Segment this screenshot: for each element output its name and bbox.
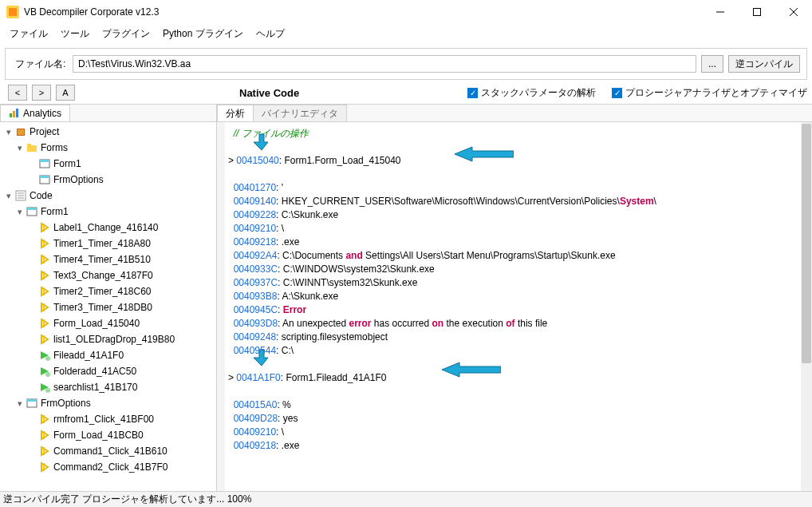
- node-searchlist[interactable]: searchlist1_41B170: [53, 382, 137, 393]
- file-label: ファイル名:: [12, 57, 68, 71]
- proc-icon: [38, 413, 51, 426]
- node-fileadd[interactable]: Fileadd_41A1F0: [53, 350, 124, 361]
- svg-rect-12: [27, 144, 31, 146]
- code-line: [228, 168, 812, 181]
- gutter: [217, 122, 225, 491]
- statusbar: 逆コンパイル完了 プロシージャを解析しています... 100%: [0, 491, 812, 507]
- svg-point-34: [45, 372, 50, 377]
- proc-green-icon: [38, 349, 51, 362]
- menu-plugins[interactable]: プラグイン: [96, 25, 156, 43]
- svg-rect-11: [27, 145, 37, 152]
- svg-rect-38: [27, 399, 37, 402]
- node-code-frmoptions[interactable]: FrmOptions: [41, 398, 91, 409]
- window-title: VB Decompiler Corporate v12.3: [24, 6, 702, 18]
- tree-item[interactable]: rmfrom1_Click_41BF00: [0, 411, 216, 427]
- code-line: 0040933C: C:\WINDOWS\system32\Skunk.exe: [228, 263, 812, 276]
- menu-file[interactable]: ファイル: [3, 25, 54, 43]
- project-tree[interactable]: ▾Project ▾Forms Form1 FrmOptions ▾Code ▾…: [0, 122, 216, 491]
- code-line: 00409210: \: [228, 222, 812, 236]
- node-project[interactable]: Project: [30, 126, 59, 137]
- svg-rect-10: [18, 129, 24, 135]
- proc-icon: [38, 333, 51, 346]
- tree-item[interactable]: Timer1_Timer_418A80: [0, 236, 216, 252]
- vertical-scrollbar[interactable]: [801, 122, 812, 491]
- code-line: 004092A4: C:\Documents and Settings\All …: [228, 249, 812, 263]
- svg-rect-8: [16, 109, 18, 117]
- analytics-icon: [9, 107, 20, 121]
- node-code-form1[interactable]: Form1: [41, 206, 69, 217]
- node-folderadd[interactable]: Folderadd_41AC50: [53, 366, 136, 377]
- code-line: 00409218: .exe: [228, 236, 812, 249]
- code-icon: [14, 189, 27, 202]
- proc-icon: [38, 269, 51, 282]
- tree-item[interactable]: list1_OLEDragDrop_419B80: [0, 331, 216, 347]
- code-line: 0040945C: Error: [228, 303, 812, 317]
- svg-rect-14: [40, 160, 49, 162]
- tree-item[interactable]: Command2_Click_41B7F0: [0, 459, 216, 475]
- proc-icon: [38, 317, 51, 330]
- minimize-button[interactable]: [702, 0, 739, 24]
- code-line: 004093B8: A:\Skunk.exe: [228, 290, 812, 303]
- right-pane: 分析 バイナリエディタ // ファイルの操作 > 00415040: Form1…: [217, 105, 812, 491]
- scrollbar-thumb[interactable]: [802, 124, 811, 363]
- browse-button[interactable]: ...: [701, 55, 723, 73]
- analyzer-optimizer-check[interactable]: ✓プロシージャアナライザとオプティマイザ: [612, 86, 807, 100]
- nav-back-button[interactable]: <: [8, 85, 27, 101]
- tree-item[interactable]: Text3_Change_4187F0: [0, 267, 216, 283]
- menubar: ファイル ツール プラグイン Python プラグイン ヘルプ: [0, 24, 812, 43]
- menu-python-plugins[interactable]: Python プラグイン: [156, 25, 250, 43]
- file-path-input[interactable]: [73, 55, 696, 73]
- status-text: 逆コンパイル完了 プロシージャを解析しています... 100%: [3, 493, 251, 506]
- tree-item[interactable]: Form_Load_41BCB0: [0, 427, 216, 443]
- tree-item[interactable]: Form_Load_415040: [0, 315, 216, 331]
- tab-analytics[interactable]: Analytics: [0, 105, 70, 121]
- node-frmoptions[interactable]: FrmOptions: [53, 174, 104, 185]
- tab-analysis[interactable]: 分析: [217, 105, 254, 121]
- tree-item[interactable]: Timer2_Timer_418C60: [0, 283, 216, 299]
- node-form1[interactable]: Form1: [53, 158, 81, 169]
- analyzer-optimizer-label: プロシージャアナライザとオプティマイザ: [625, 86, 807, 100]
- tree-item[interactable]: Label1_Change_416140: [0, 220, 216, 236]
- decompile-button[interactable]: 逆コンパイル: [728, 55, 800, 73]
- code-line: 004015A0: %: [228, 398, 812, 412]
- close-button[interactable]: [775, 0, 812, 24]
- node-code[interactable]: Code: [30, 190, 53, 201]
- form-icon: [26, 397, 38, 410]
- code-line: 00409248: scripting.filesystemobject: [228, 331, 812, 344]
- proc-icon: [38, 301, 51, 314]
- right-tabs: 分析 バイナリエディタ: [217, 105, 812, 122]
- svg-rect-6: [10, 113, 12, 117]
- menu-tools[interactable]: ツール: [54, 25, 96, 43]
- svg-rect-7: [13, 111, 15, 117]
- tree-item[interactable]: Timer4_Timer_41B510: [0, 252, 216, 267]
- proc-green-icon: [38, 365, 51, 378]
- options-group: ✓スタックパラメータの解析 ✓プロシージャアナライザとオプティマイザ: [467, 86, 807, 100]
- code-view[interactable]: // ファイルの操作 > 00415040: Form1.Form_Load_4…: [217, 122, 812, 491]
- nav-forward-button[interactable]: >: [32, 85, 51, 101]
- proc-icon: [38, 237, 51, 250]
- code-line: 00409140: HKEY_CURRENT_USER\Software\Mic…: [228, 195, 812, 208]
- form-icon: [26, 205, 38, 218]
- svg-rect-16: [40, 176, 49, 178]
- left-pane: Analytics ▾Project ▾Forms Form1 FrmOptio…: [0, 105, 217, 491]
- node-forms[interactable]: Forms: [41, 142, 68, 153]
- tab-binary-editor[interactable]: バイナリエディタ: [253, 105, 347, 121]
- project-icon: [14, 125, 27, 138]
- svg-rect-3: [754, 9, 761, 16]
- menu-help[interactable]: ヘルプ: [250, 25, 291, 43]
- svg-rect-1: [9, 8, 17, 16]
- code-line: [228, 141, 812, 154]
- proc-icon: [38, 221, 51, 234]
- stack-params-check[interactable]: ✓スタックパラメータの解析: [467, 86, 596, 100]
- tree-item[interactable]: Timer3_Timer_418DB0: [0, 299, 216, 315]
- app-icon: [6, 6, 19, 18]
- tree-item[interactable]: Command1_Click_41B610: [0, 443, 216, 459]
- form-icon: [38, 173, 51, 186]
- code-line: // ファイルの操作: [228, 127, 812, 141]
- window-controls: [702, 0, 812, 24]
- maximize-button[interactable]: [739, 0, 775, 24]
- proc-green-icon: [38, 381, 51, 394]
- code-line: 00409210: \: [228, 426, 812, 439]
- code-line: > 00415040: Form1.Form_Load_415040: [228, 154, 812, 168]
- analyze-button[interactable]: A: [56, 85, 75, 101]
